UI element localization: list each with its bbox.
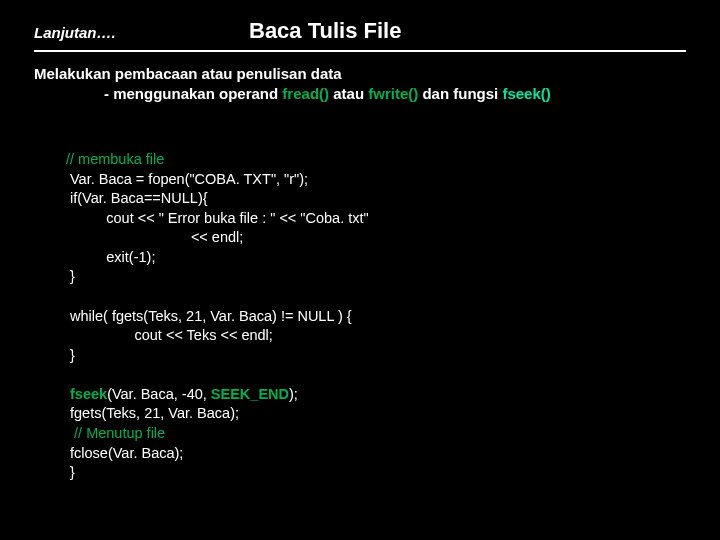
intro-mid2: dan fungsi: [418, 85, 502, 102]
code-line: fgets(Teks, 21, Var. Baca);: [66, 405, 239, 421]
divider: [34, 50, 686, 52]
keyword-fwrite: fwrite(): [368, 85, 418, 102]
intro-line-1: Melakukan pembacaan atau penulisan data: [34, 64, 686, 84]
slide-title: Baca Tulis File: [249, 18, 401, 44]
code-line: cout << " Error buka file : " << "Coba. …: [66, 210, 369, 226]
code-line: cout << Teks << endl;: [66, 327, 273, 343]
comment-open: // membuka file: [66, 151, 164, 167]
code-line: }: [66, 347, 75, 363]
code-block: // membuka file Var. Baca = fopen("COBA.…: [34, 131, 686, 503]
keyword-fseek-call: fseek: [70, 386, 107, 402]
keyword-seek-end: SEEK_END: [211, 386, 289, 402]
code-line: << endl;: [66, 229, 243, 245]
code-line: exit(-1);: [66, 249, 155, 265]
code-line: }: [66, 268, 75, 284]
comment-close: // Menutup file: [66, 425, 165, 441]
slide: Lanjutan…. Baca Tulis File Melakukan pem…: [0, 0, 720, 502]
code-line: fseek(Var. Baca, -40, SEEK_END);: [66, 386, 298, 402]
continuation-label: Lanjutan….: [34, 24, 249, 41]
code-line: Var. Baca = fopen("COBA. TXT", "r");: [66, 171, 308, 187]
code-line: }: [66, 464, 75, 480]
code-line: while( fgets(Teks, 21, Var. Baca) != NUL…: [66, 308, 352, 324]
code-line: if(Var. Baca==NULL){: [66, 190, 208, 206]
keyword-fseek: fseek(): [502, 85, 550, 102]
intro-mid1: atau: [329, 85, 368, 102]
intro-line-2: - menggunakan operand fread() atau fwrit…: [34, 84, 686, 104]
header-row: Lanjutan…. Baca Tulis File: [34, 18, 686, 44]
intro-text: Melakukan pembacaan atau penulisan data …: [34, 64, 686, 105]
intro-pre: - menggunakan operand: [104, 85, 282, 102]
code-line: fclose(Var. Baca);: [66, 445, 183, 461]
keyword-fread: fread(): [282, 85, 329, 102]
